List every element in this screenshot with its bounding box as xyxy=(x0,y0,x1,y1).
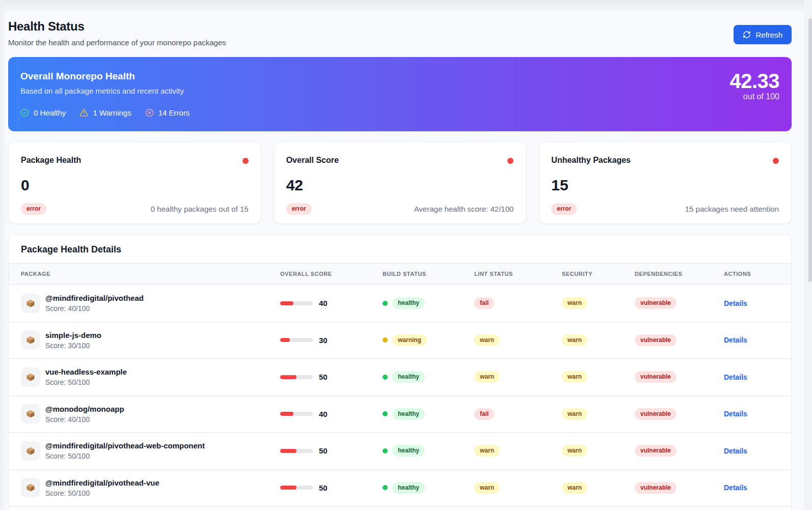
package-name: simple-js-demo xyxy=(45,330,101,340)
build-status-dot-icon xyxy=(383,485,388,490)
build-status-badge: healthy xyxy=(392,297,425,309)
dependencies-badge: vulnerable xyxy=(635,445,676,457)
package-icon xyxy=(21,478,40,497)
build-status-dot-icon xyxy=(383,448,388,454)
score-progress-bar xyxy=(280,449,313,453)
summary-card-value: 15 xyxy=(551,177,779,194)
package-name: vue-headless-example xyxy=(45,367,127,377)
score-value: 50 xyxy=(319,484,328,492)
score-value: 50 xyxy=(319,373,328,381)
column-header: Lint Status xyxy=(474,271,562,277)
dependencies-badge: vulnerable xyxy=(635,408,676,420)
package-name: @mindfiredigital/pivothead-vue xyxy=(45,478,159,488)
details-link[interactable]: Details xyxy=(724,299,747,307)
status-dot-icon xyxy=(773,158,779,164)
summary-card-title: Unhealthy Packages xyxy=(551,155,779,165)
table-row: @mindfiredigital/pivothead-vue Score: 50… xyxy=(9,470,791,507)
build-status-dot-icon xyxy=(383,301,388,306)
summary-card-note: Average health score: 42/100 xyxy=(414,205,514,213)
package-icon xyxy=(21,294,40,313)
overall-score-caption: out of 100 xyxy=(729,92,779,101)
score-progress-bar xyxy=(280,486,313,490)
summary-card-title: Package Health xyxy=(21,155,249,165)
details-link[interactable]: Details xyxy=(724,447,747,455)
build-status-dot-icon xyxy=(383,337,388,343)
table-row: simple-js-demo Score: 30/100 30 warning … xyxy=(9,322,791,359)
table-row: @mindfiredigital/pivothead-web-component… xyxy=(9,433,791,470)
lint-status-badge: fail xyxy=(474,408,494,420)
overall-score-value: 42.33 xyxy=(729,70,779,92)
table-row: @mindfiredigital/pivothead Score: 40/100… xyxy=(9,285,791,322)
column-header: Actions xyxy=(724,271,780,277)
package-icon xyxy=(21,404,40,423)
package-icon xyxy=(21,441,40,461)
column-header: Build Status xyxy=(383,271,474,277)
package-icon xyxy=(21,330,40,350)
package-score-label: Score: 40/100 xyxy=(45,415,124,424)
security-badge: warn xyxy=(562,297,587,309)
column-header: Security xyxy=(562,271,635,277)
page-title: Health Status xyxy=(8,20,792,33)
table-header-row: PackageOverall ScoreBuild StatusLint Sta… xyxy=(9,264,791,285)
lint-status-badge: warn xyxy=(474,445,500,457)
security-badge: warn xyxy=(562,334,587,346)
package-score-label: Score: 30/100 xyxy=(45,341,101,350)
score-value: 40 xyxy=(319,299,328,307)
scrollbar-thumb[interactable] xyxy=(808,18,812,282)
status-badge: error xyxy=(21,203,46,215)
dependencies-badge: vulnerable xyxy=(635,371,676,383)
status-badge: error xyxy=(286,203,312,215)
scrollbar[interactable] xyxy=(804,0,812,510)
details-link[interactable]: Details xyxy=(724,484,747,492)
left-shadow xyxy=(0,0,7,510)
lint-status-badge: fail xyxy=(474,297,494,309)
build-status-badge: healthy xyxy=(392,371,425,383)
details-link[interactable]: Details xyxy=(724,336,747,344)
banner-stat-label: 0 Healthy xyxy=(34,108,66,117)
package-score-label: Score: 50/100 xyxy=(45,451,205,461)
package-name: @mindfiredigital/pivothead xyxy=(45,293,144,303)
package-score-label: Score: 40/100 xyxy=(45,304,144,313)
refresh-icon xyxy=(743,31,751,39)
check-circle-icon xyxy=(20,108,29,117)
status-badge: error xyxy=(551,203,577,215)
package-score-label: Score: 50/100 xyxy=(45,489,159,498)
summary-card-value: 42 xyxy=(286,177,514,194)
summary-card-title: Overall Score xyxy=(286,155,514,165)
score-progress-bar xyxy=(280,375,313,379)
details-link[interactable]: Details xyxy=(724,410,747,418)
package-icon xyxy=(21,367,40,387)
alert-triangle-icon xyxy=(79,108,88,117)
score-value: 40 xyxy=(319,410,328,418)
summary-card-value: 0 xyxy=(21,177,249,194)
security-badge: warn xyxy=(562,408,587,420)
summary-card: Unhealthy Packages 15 error 15 packages … xyxy=(538,141,792,224)
build-status-badge: healthy xyxy=(392,482,425,494)
banner-stat-label: 1 Warnings xyxy=(93,108,131,117)
details-link[interactable]: Details xyxy=(724,373,747,381)
refresh-label: Refresh xyxy=(755,31,782,39)
banner-subtitle: Based on all package metrics and recent … xyxy=(20,87,779,96)
score-progress-bar xyxy=(280,301,313,305)
package-score-label: Score: 50/100 xyxy=(45,378,127,387)
score-progress-bar xyxy=(280,338,313,342)
banner-stat-label: 14 Errors xyxy=(158,108,190,117)
summary-card-note: 15 packages need attention xyxy=(685,205,779,213)
build-status-badge: healthy xyxy=(392,408,425,420)
table-row: vue-headless-example Score: 50/100 50 he… xyxy=(9,359,791,396)
column-header: Dependencies xyxy=(635,271,724,277)
package-health-details-card: Package Health Details PackageOverall Sc… xyxy=(8,234,792,510)
build-status-dot-icon xyxy=(383,375,388,380)
x-circle-icon xyxy=(145,108,154,117)
score-value: 50 xyxy=(319,446,328,455)
column-header: Package xyxy=(21,271,280,277)
refresh-button[interactable]: Refresh xyxy=(734,25,792,44)
summary-card: Overall Score 42 error Average health sc… xyxy=(274,141,527,224)
banner-title: Overall Monorepo Health xyxy=(20,71,779,82)
build-status-badge: healthy xyxy=(392,445,425,457)
dependencies-badge: vulnerable xyxy=(635,297,676,309)
summary-card-note: 0 healthy packages out of 15 xyxy=(151,205,249,213)
security-badge: warn xyxy=(562,445,587,457)
status-dot-icon xyxy=(242,158,249,164)
score-progress-bar xyxy=(280,412,313,416)
